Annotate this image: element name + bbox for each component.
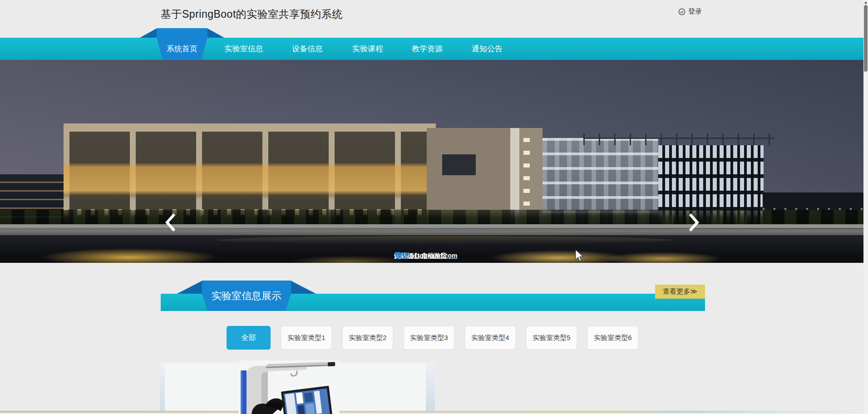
lab-equipment-image: [239, 360, 340, 414]
embankment: [0, 224, 868, 236]
scrollbar[interactable]: [863, 0, 868, 414]
filter-type1-button[interactable]: 实验室类型1: [281, 326, 332, 350]
nav-item-labs[interactable]: 实验室信息: [225, 38, 263, 60]
lab-section-ribbon: 实验室信息展示: [202, 281, 291, 311]
building-roof-frame: [583, 133, 774, 145]
carousel-next-icon[interactable]: [688, 212, 700, 232]
lab-type-filters: 全部 实验室类型1 实验室类型2 实验室类型3 实验室类型4 实验室类型5 实验…: [227, 326, 638, 350]
filter-type3-button[interactable]: 实验室类型3: [404, 326, 454, 350]
nav-item-devices[interactable]: 设备信息: [292, 38, 323, 60]
nav-item-resources[interactable]: 教学资源: [412, 38, 443, 60]
nav-item-notices[interactable]: 通知公告: [472, 38, 503, 60]
card-edge-right: [426, 363, 435, 411]
page: 基于SpringBoot的实验室共享预约系统 登录 系统首页 实验室信息 设备信…: [0, 0, 868, 414]
filter-type5-button[interactable]: 实验室类型5: [526, 326, 577, 350]
login-button[interactable]: 登录: [678, 7, 702, 16]
main-navbar: 系统首页 实验室信息 设备信息 实验课程 教学资源 通知公告: [0, 38, 863, 60]
view-more-button[interactable]: 查看更多≫: [655, 285, 705, 299]
card-edge-left: [160, 363, 165, 411]
login-label: 登录: [688, 7, 702, 16]
page-title: 基于SpringBoot的实验室共享预约系统: [161, 7, 343, 21]
filter-type2-button[interactable]: 实验室类型2: [342, 326, 393, 350]
filter-all-button[interactable]: 全部: [227, 326, 271, 350]
scroll-up-icon[interactable]: [864, 1, 867, 4]
nav-item-home[interactable]: 系统首页: [167, 38, 197, 60]
bottom-divider: [0, 411, 868, 413]
lab-section-bar: 实验室信息展示: [161, 294, 705, 311]
nav-item-courses[interactable]: 实验课程: [352, 38, 383, 60]
carousel-prev-icon[interactable]: [164, 212, 176, 232]
scrollbar-thumb[interactable]: [864, 5, 868, 72]
login-icon: [678, 8, 686, 15]
hero-carousel: 无须担心.自动发货 www.51topmind.com 毕业 设计: [0, 60, 868, 263]
lab-section-title: 实验室信息展示: [202, 281, 291, 311]
filter-type6-button[interactable]: 实验室类型6: [587, 326, 638, 350]
filter-type4-button[interactable]: 实验室类型4: [465, 326, 516, 350]
